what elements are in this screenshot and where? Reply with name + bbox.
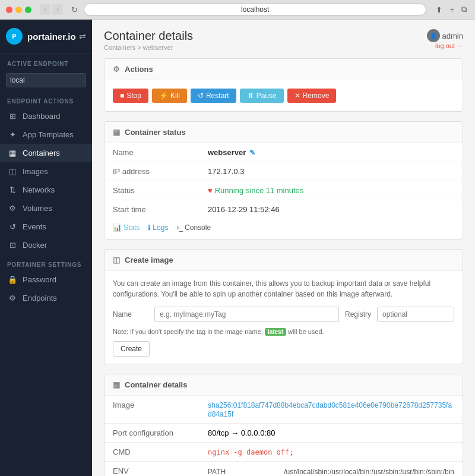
username-label: admin bbox=[442, 31, 463, 40]
create-image-button[interactable]: Create bbox=[113, 341, 150, 357]
container-name: webserver ✎ bbox=[208, 148, 454, 157]
image-link[interactable]: sha256:01f818af747d88b4ebca7cdabd0c581e4… bbox=[208, 401, 452, 418]
portainer-settings-label: PORTAINER SETTINGS bbox=[0, 254, 92, 270]
browser-chrome: ‹ › ↻ localhost ⬆ + ⧉ bbox=[0, 0, 475, 20]
action-buttons: ■ Stop ⚡ Kill ↺ Restart ⏸ bbox=[104, 80, 463, 111]
create-image-header-label: Create image bbox=[125, 256, 173, 264]
sidebar-item-volumes[interactable]: ⚙ Volumes bbox=[0, 199, 92, 217]
sidebar-item-images[interactable]: ◫ Images bbox=[0, 162, 92, 181]
pause-icon: ⏸ bbox=[247, 92, 254, 100]
sidebar-settings-icon[interactable]: ⇄ bbox=[79, 31, 86, 41]
minimize-window-button[interactable] bbox=[15, 7, 22, 13]
actions-card: ⚙ Actions ■ Stop ⚡ Kill ↺ bbox=[104, 58, 463, 112]
user-info: 👤 admin log out → bbox=[427, 29, 463, 49]
actions-card-header: ⚙ Actions bbox=[104, 59, 463, 80]
breadcrumb-parent[interactable]: Containers bbox=[104, 44, 135, 51]
table-row: Name webserver ✎ bbox=[104, 143, 463, 162]
events-icon: ↺ bbox=[7, 222, 18, 231]
sidebar-item-containers[interactable]: ▦ Containers bbox=[0, 144, 92, 162]
stop-label: Stop bbox=[126, 92, 141, 100]
sidebar-item-endpoints[interactable]: ⚙ Endpoints bbox=[0, 289, 92, 307]
sidebar-item-docker[interactable]: ⊡ Docker bbox=[0, 236, 92, 254]
sidebar-item-app-templates[interactable]: ✦ App Templates bbox=[0, 125, 92, 144]
networks-icon: ⇅ bbox=[7, 185, 18, 194]
remove-icon: ✕ bbox=[294, 92, 300, 100]
close-window-button[interactable] bbox=[6, 7, 12, 13]
create-image-header: ◫ Create image bbox=[104, 250, 463, 271]
running-status: ♥ Running since 11 minutes bbox=[208, 186, 454, 195]
stats-link[interactable]: 📊 Stats bbox=[113, 223, 140, 232]
sidebar-item-label: Images bbox=[23, 167, 48, 176]
remove-button[interactable]: ✕ Remove bbox=[287, 89, 337, 103]
tab-overview-button[interactable]: ⧉ bbox=[459, 4, 469, 15]
back-button[interactable]: ‹ bbox=[40, 4, 50, 15]
pause-label: Pause bbox=[256, 92, 277, 100]
create-image-icon: ◫ bbox=[113, 256, 120, 264]
table-row: CMD nginx -g daemon off; bbox=[104, 443, 463, 462]
links-row: 📊 Stats ℹ Logs ›_ Console bbox=[104, 219, 463, 239]
env-value: /usr/local/sbin:/usr/local/bin:/usr/sbin… bbox=[284, 466, 454, 476]
sidebar-item-dashboard[interactable]: ⊞ Dashboard bbox=[0, 107, 92, 125]
pause-button[interactable]: ⏸ Pause bbox=[240, 89, 284, 103]
name-label: Name bbox=[104, 143, 200, 162]
dashboard-icon: ⊞ bbox=[7, 112, 18, 121]
status-table: Name webserver ✎ IP address 172.17.0.3 bbox=[104, 143, 463, 219]
logs-icon: ℹ bbox=[148, 223, 151, 232]
name-value: webserver ✎ bbox=[200, 143, 463, 162]
status-header-icon: ▦ bbox=[113, 128, 120, 137]
create-image-help: You can create an image from this contai… bbox=[113, 278, 454, 300]
details-table: Image sha256:01f818af747d88b4ebca7cdabd0… bbox=[104, 396, 463, 476]
sidebar-item-networks[interactable]: ⇅ Networks bbox=[0, 181, 92, 199]
env-label: ENV bbox=[104, 462, 200, 477]
sidebar-item-label: Containers bbox=[23, 149, 60, 157]
bookmark-button[interactable]: + bbox=[447, 4, 457, 15]
cmd-label: CMD bbox=[104, 443, 200, 462]
logout-link[interactable]: log out → bbox=[427, 42, 463, 49]
kill-icon: ⚡ bbox=[159, 92, 168, 100]
breadcrumb-separator: > bbox=[137, 44, 142, 51]
port-label: Port configuration bbox=[104, 424, 200, 443]
sidebar-item-label: Dashboard bbox=[23, 112, 61, 121]
sidebar-item-label: Password bbox=[23, 275, 56, 284]
sidebar-item-events[interactable]: ↺ Events bbox=[0, 217, 92, 236]
endpoints-icon: ⚙ bbox=[7, 294, 18, 302]
stop-button[interactable]: ■ Stop bbox=[113, 89, 148, 103]
restart-button[interactable]: ↺ Restart bbox=[191, 89, 236, 103]
forward-button[interactable]: › bbox=[52, 4, 63, 15]
sidebar-item-label: Events bbox=[23, 222, 46, 231]
endpoint-select[interactable]: local bbox=[6, 73, 86, 87]
console-link[interactable]: ›_ Console bbox=[176, 223, 211, 232]
user-name-display: 👤 admin bbox=[427, 29, 463, 42]
container-status-header: ▦ Container status bbox=[104, 122, 463, 143]
restart-icon: ↺ bbox=[198, 92, 204, 100]
edit-name-icon[interactable]: ✎ bbox=[249, 149, 255, 157]
registry-input[interactable] bbox=[377, 307, 454, 322]
start-time-label: Start time bbox=[104, 200, 200, 219]
reload-button[interactable]: ↻ bbox=[69, 5, 80, 15]
table-row: IP address 172.17.0.3 bbox=[104, 162, 463, 181]
status-label: Status bbox=[104, 181, 200, 200]
stats-icon: 📊 bbox=[113, 223, 122, 232]
logo-text: portainer.io bbox=[27, 31, 76, 42]
share-button[interactable]: ⬆ bbox=[433, 4, 445, 15]
note-prefix: Note: if you don't specify the tag in th… bbox=[113, 328, 263, 335]
endpoint-actions-label: ENDPOINT ACTIONS bbox=[0, 91, 92, 107]
logo-icon: P bbox=[6, 28, 23, 45]
name-input[interactable] bbox=[154, 307, 339, 322]
kill-button[interactable]: ⚡ Kill bbox=[152, 89, 187, 103]
container-status-card: ▦ Container status Name webserver ✎ bbox=[104, 121, 463, 239]
logs-link[interactable]: ℹ Logs bbox=[148, 223, 168, 232]
create-image-card: ◫ Create image You can create an image f… bbox=[104, 249, 463, 364]
env-table: PATH /usr/local/sbin:/usr/local/bin:/usr… bbox=[208, 466, 454, 476]
table-row: ENV PATH /usr/local/sbin:/usr/local/bin:… bbox=[104, 462, 463, 477]
table-row: Status ♥ Running since 11 minutes bbox=[104, 181, 463, 200]
maximize-window-button[interactable] bbox=[25, 7, 31, 13]
address-bar[interactable]: localhost bbox=[84, 4, 426, 15]
sidebar-item-password[interactable]: 🔒 Password bbox=[0, 270, 92, 289]
port-value: 80/tcp → 0.0.0.0:80 bbox=[200, 424, 463, 443]
create-image-body: You can create an image from this contai… bbox=[104, 271, 463, 364]
start-time-value: 2016-12-29 11:52:46 bbox=[200, 200, 463, 219]
password-icon: 🔒 bbox=[7, 275, 18, 284]
active-endpoint-label: ACTIVE ENDPOINT bbox=[0, 53, 92, 70]
ip-label: IP address bbox=[104, 162, 200, 181]
